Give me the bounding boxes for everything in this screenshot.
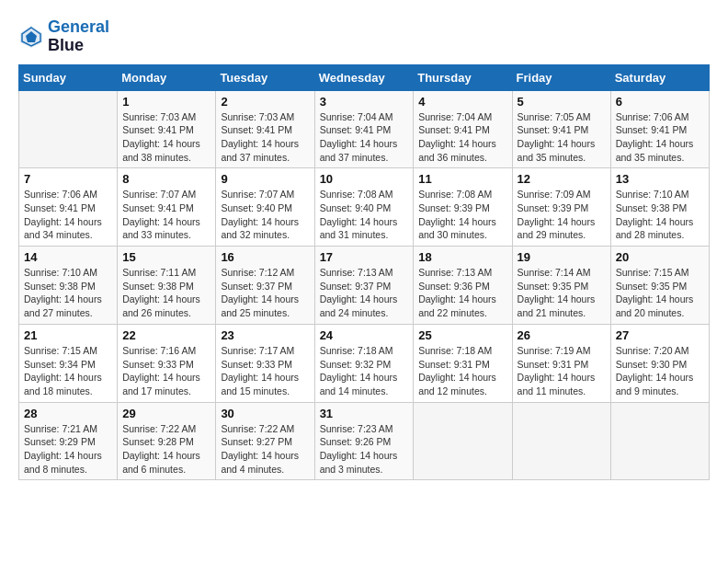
- calendar-cell: 14 Sunrise: 7:10 AMSunset: 9:38 PMDaylig…: [19, 247, 118, 325]
- day-number: 4: [418, 95, 506, 109]
- day-info: Sunrise: 7:10 AMSunset: 9:38 PMDaylight:…: [24, 266, 112, 320]
- calendar-cell: 8 Sunrise: 7:07 AMSunset: 9:41 PMDayligh…: [118, 168, 216, 247]
- calendar-cell: 27 Sunrise: 7:20 AMSunset: 9:30 PMDaylig…: [610, 324, 709, 402]
- calendar-cell: 1 Sunrise: 7:03 AMSunset: 9:41 PMDayligh…: [118, 90, 216, 168]
- calendar-cell: 22 Sunrise: 7:16 AMSunset: 9:33 PMDaylig…: [118, 324, 216, 402]
- calendar-cell: 18 Sunrise: 7:13 AMSunset: 9:36 PMDaylig…: [414, 247, 512, 325]
- calendar-cell: [512, 402, 610, 480]
- calendar-cell: 24 Sunrise: 7:18 AMSunset: 9:32 PMDaylig…: [314, 324, 414, 402]
- day-number: 13: [616, 172, 704, 186]
- day-number: 18: [418, 250, 506, 264]
- calendar-week-1: 1 Sunrise: 7:03 AMSunset: 9:41 PMDayligh…: [19, 90, 710, 168]
- calendar-cell: 23 Sunrise: 7:17 AMSunset: 9:33 PMDaylig…: [216, 324, 314, 402]
- day-info: Sunrise: 7:04 AMSunset: 9:41 PMDaylight:…: [320, 110, 409, 165]
- day-info: Sunrise: 7:05 AMSunset: 9:41 PMDaylight:…: [518, 110, 606, 165]
- column-header-friday: Friday: [512, 64, 610, 90]
- day-info: Sunrise: 7:07 AMSunset: 9:40 PMDaylight:…: [221, 188, 309, 242]
- column-header-saturday: Saturday: [610, 64, 709, 90]
- column-header-monday: Monday: [118, 64, 216, 90]
- calendar-cell: 16 Sunrise: 7:12 AMSunset: 9:37 PMDaylig…: [216, 247, 314, 325]
- calendar-cell: 4 Sunrise: 7:04 AMSunset: 9:41 PMDayligh…: [414, 90, 512, 168]
- day-number: 29: [122, 407, 210, 420]
- day-number: 9: [221, 172, 309, 186]
- calendar-cell: 15 Sunrise: 7:11 AMSunset: 9:38 PMDaylig…: [118, 247, 216, 325]
- day-number: 24: [320, 328, 409, 342]
- calendar-cell: 21 Sunrise: 7:15 AMSunset: 9:34 PMDaylig…: [19, 324, 118, 402]
- column-header-wednesday: Wednesday: [314, 64, 414, 90]
- calendar-table: SundayMondayTuesdayWednesdayThursdayFrid…: [18, 64, 710, 481]
- day-number: 12: [518, 172, 606, 186]
- calendar-cell: 12 Sunrise: 7:09 AMSunset: 9:39 PMDaylig…: [512, 168, 610, 247]
- day-info: Sunrise: 7:03 AMSunset: 9:41 PMDaylight:…: [122, 110, 210, 165]
- calendar-cell: 9 Sunrise: 7:07 AMSunset: 9:40 PMDayligh…: [216, 168, 314, 247]
- day-info: Sunrise: 7:08 AMSunset: 9:40 PMDaylight:…: [320, 188, 409, 242]
- calendar-cell: 2 Sunrise: 7:03 AMSunset: 9:41 PMDayligh…: [216, 90, 314, 168]
- day-number: 31: [320, 407, 409, 420]
- day-info: Sunrise: 7:14 AMSunset: 9:35 PMDaylight:…: [518, 266, 606, 320]
- column-header-sunday: Sunday: [19, 64, 118, 90]
- day-info: Sunrise: 7:11 AMSunset: 9:38 PMDaylight:…: [122, 266, 210, 320]
- calendar-week-3: 14 Sunrise: 7:10 AMSunset: 9:38 PMDaylig…: [19, 247, 710, 325]
- day-info: Sunrise: 7:13 AMSunset: 9:36 PMDaylight:…: [418, 266, 506, 320]
- calendar-cell: 26 Sunrise: 7:19 AMSunset: 9:31 PMDaylig…: [512, 324, 610, 402]
- day-info: Sunrise: 7:09 AMSunset: 9:39 PMDaylight:…: [518, 188, 606, 242]
- day-info: Sunrise: 7:18 AMSunset: 9:31 PMDaylight:…: [418, 344, 506, 398]
- day-number: 5: [518, 95, 606, 109]
- day-info: Sunrise: 7:10 AMSunset: 9:38 PMDaylight:…: [616, 188, 704, 242]
- day-number: 28: [24, 407, 112, 420]
- calendar-cell: 11 Sunrise: 7:08 AMSunset: 9:39 PMDaylig…: [414, 168, 512, 247]
- logo: General Blue: [18, 18, 109, 55]
- day-number: 7: [24, 172, 112, 186]
- day-number: 1: [122, 95, 210, 109]
- calendar-header-row: SundayMondayTuesdayWednesdayThursdayFrid…: [19, 64, 710, 90]
- day-number: 16: [221, 250, 309, 264]
- column-header-tuesday: Tuesday: [216, 64, 314, 90]
- day-info: Sunrise: 7:12 AMSunset: 9:37 PMDaylight:…: [221, 266, 309, 320]
- calendar-cell: 19 Sunrise: 7:14 AMSunset: 9:35 PMDaylig…: [512, 247, 610, 325]
- day-number: 15: [122, 250, 210, 264]
- day-number: 21: [24, 328, 112, 342]
- day-info: Sunrise: 7:06 AMSunset: 9:41 PMDaylight:…: [616, 110, 704, 165]
- day-number: 26: [518, 328, 606, 342]
- calendar-week-5: 28 Sunrise: 7:21 AMSunset: 9:29 PMDaylig…: [19, 402, 710, 480]
- day-number: 10: [320, 172, 409, 186]
- day-info: Sunrise: 7:21 AMSunset: 9:29 PMDaylight:…: [24, 422, 112, 477]
- day-number: 25: [418, 328, 506, 342]
- calendar-cell: 6 Sunrise: 7:06 AMSunset: 9:41 PMDayligh…: [610, 90, 709, 168]
- calendar-cell: 13 Sunrise: 7:10 AMSunset: 9:38 PMDaylig…: [610, 168, 709, 247]
- logo-text: General Blue: [48, 18, 109, 55]
- calendar-cell: 7 Sunrise: 7:06 AMSunset: 9:41 PMDayligh…: [19, 168, 118, 247]
- calendar-cell: 31 Sunrise: 7:23 AMSunset: 9:26 PMDaylig…: [314, 402, 414, 480]
- calendar-cell: 20 Sunrise: 7:15 AMSunset: 9:35 PMDaylig…: [610, 247, 709, 325]
- day-number: 22: [122, 328, 210, 342]
- day-number: 17: [320, 250, 409, 264]
- day-info: Sunrise: 7:23 AMSunset: 9:26 PMDaylight:…: [320, 422, 409, 477]
- calendar-cell: 30 Sunrise: 7:22 AMSunset: 9:27 PMDaylig…: [216, 402, 314, 480]
- calendar-cell: [19, 90, 118, 168]
- column-header-thursday: Thursday: [414, 64, 512, 90]
- calendar-cell: 25 Sunrise: 7:18 AMSunset: 9:31 PMDaylig…: [414, 324, 512, 402]
- calendar-week-2: 7 Sunrise: 7:06 AMSunset: 9:41 PMDayligh…: [19, 168, 710, 247]
- day-number: 11: [418, 172, 506, 186]
- calendar-cell: 29 Sunrise: 7:22 AMSunset: 9:28 PMDaylig…: [118, 402, 216, 480]
- day-info: Sunrise: 7:15 AMSunset: 9:34 PMDaylight:…: [24, 344, 112, 398]
- calendar-cell: 3 Sunrise: 7:04 AMSunset: 9:41 PMDayligh…: [314, 90, 414, 168]
- calendar-cell: 17 Sunrise: 7:13 AMSunset: 9:37 PMDaylig…: [314, 247, 414, 325]
- day-number: 8: [122, 172, 210, 186]
- day-number: 30: [221, 407, 309, 420]
- day-number: 23: [221, 328, 309, 342]
- calendar-cell: 5 Sunrise: 7:05 AMSunset: 9:41 PMDayligh…: [512, 90, 610, 168]
- day-number: 19: [518, 250, 606, 264]
- day-number: 3: [320, 95, 409, 109]
- day-number: 27: [616, 328, 704, 342]
- day-info: Sunrise: 7:16 AMSunset: 9:33 PMDaylight:…: [122, 344, 210, 398]
- calendar-cell: 28 Sunrise: 7:21 AMSunset: 9:29 PMDaylig…: [19, 402, 118, 480]
- day-info: Sunrise: 7:18 AMSunset: 9:32 PMDaylight:…: [320, 344, 409, 398]
- day-info: Sunrise: 7:13 AMSunset: 9:37 PMDaylight:…: [320, 266, 409, 320]
- day-number: 6: [616, 95, 704, 109]
- day-info: Sunrise: 7:22 AMSunset: 9:28 PMDaylight:…: [122, 422, 210, 477]
- day-number: 20: [616, 250, 704, 264]
- page-header: General Blue: [18, 18, 710, 55]
- day-info: Sunrise: 7:04 AMSunset: 9:41 PMDaylight:…: [418, 110, 506, 165]
- logo-icon: [18, 24, 44, 50]
